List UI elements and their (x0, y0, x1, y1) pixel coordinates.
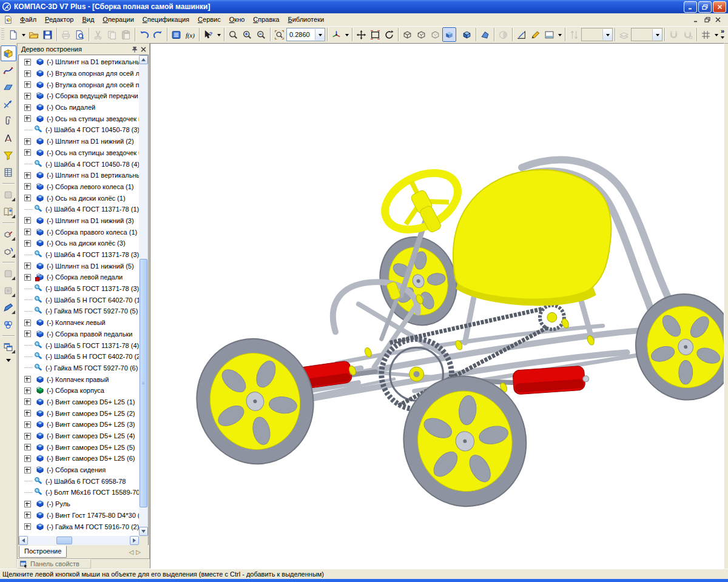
step-value-combo[interactable] (581, 28, 613, 41)
tree-node[interactable]: (-) Ось на диски колёс (1) (19, 192, 139, 204)
current-scale-combo[interactable]: 0.2860 (286, 28, 325, 41)
tree-node[interactable]: (-) Винт Гост 17475-80 D4*30 (1 (19, 510, 139, 521)
expand-plus-icon[interactable] (24, 115, 31, 122)
expand-plus-icon[interactable] (24, 149, 31, 156)
tree-node[interactable]: (-) Ось на ступицы звездочек б (19, 147, 139, 159)
model-pedal-right[interactable] (513, 366, 590, 395)
measurements-button[interactable] (1, 130, 16, 146)
zoom-by-frame-button[interactable] (226, 27, 240, 42)
tree-node[interactable]: (-) Шайба 4 ГОСТ 11371-78 (1) (19, 204, 139, 215)
layer-value-combo[interactable] (631, 28, 662, 41)
open-document-button[interactable] (27, 27, 41, 42)
spatial-curves-button[interactable] (1, 62, 16, 78)
edit-part-button[interactable] (1, 299, 16, 315)
cut-button[interactable] (91, 27, 105, 42)
assembly-3d-model[interactable] (150, 44, 724, 568)
pin-icon[interactable] (130, 45, 139, 53)
zoom-out-button[interactable] (254, 27, 268, 42)
scroll-down-icon[interactable] (139, 527, 148, 536)
tab-prev-icon[interactable]: ◁ (129, 549, 134, 555)
tree-node[interactable]: (-) Колпачек правый (19, 373, 139, 385)
tree-node[interactable]: (-) Шайба 5 ГОСТ 11371-78 (3) (19, 283, 139, 295)
library-button[interactable] (1, 204, 16, 219)
combo-dropdown-icon[interactable] (652, 29, 662, 40)
combo-dropdown-icon[interactable] (602, 29, 612, 40)
tab-next-icon[interactable]: ▷ (136, 549, 141, 555)
tree-node[interactable]: (-) Шайба 5 Н ГОСТ 6402-70 (1) (19, 294, 139, 306)
expand-plus-icon[interactable] (24, 455, 31, 462)
print-button[interactable] (59, 27, 73, 42)
reports-button[interactable] (1, 164, 16, 180)
zoom-auto-button[interactable] (272, 27, 286, 42)
snap-a-button[interactable] (667, 27, 681, 42)
shaded-edges-button[interactable] (460, 27, 474, 42)
copy-button[interactable] (105, 27, 119, 42)
tree-vertical-scrollbar[interactable]: ≡ (139, 55, 148, 536)
toolbar-grip[interactable] (1, 28, 4, 41)
expand-plus-icon[interactable] (24, 319, 31, 326)
vertical-scroll-thumb[interactable]: ≡ (140, 259, 147, 507)
expand-plus-icon[interactable] (24, 421, 31, 428)
pan-view-button[interactable] (354, 27, 368, 42)
hidden-lines-button[interactable] (414, 27, 428, 42)
tree-node[interactable]: (-) Шайба 6 ГОСТ 6958-78 (19, 475, 139, 487)
placement-a-button[interactable] (1, 266, 16, 281)
tree-node[interactable]: (-) Шплинт на D1 нижний (3) (19, 215, 139, 227)
tree-node[interactable]: (-) Шайба 4 ГОСТ 10450-78 (3) (19, 124, 139, 136)
hidden-thin-button[interactable] (428, 27, 442, 42)
model-wheel-rear-right[interactable] (623, 282, 724, 412)
filters-button[interactable] (1, 147, 16, 163)
tree-node[interactable]: (-) Винт саморез D5+ L25 (1) (19, 396, 139, 408)
tree-node[interactable]: (-) Гайка М5 ГОСТ 5927-70 (6) (19, 363, 139, 374)
tree-node[interactable]: (-) Колпачек левый (19, 317, 139, 329)
expand-plus-icon[interactable] (24, 376, 31, 383)
panel-more-icon[interactable] (6, 359, 11, 364)
tree-node[interactable]: (-) Винт саморез D5+ L25 (3) (19, 419, 139, 430)
tree-node[interactable]: (-) Шплинт на D1 вертикальный (19, 56, 139, 68)
tab-construction[interactable]: Построение (19, 546, 67, 558)
expand-plus-icon[interactable] (24, 195, 31, 201)
model-wheel-front-left[interactable] (184, 326, 327, 476)
model-seat[interactable] (453, 170, 611, 306)
expand-plus-icon[interactable] (24, 433, 31, 440)
menu-item-specification[interactable]: Спецификация (138, 14, 194, 25)
expand-plus-icon[interactable] (24, 240, 31, 247)
dropdown-caret-icon[interactable] (556, 27, 563, 42)
variables-button[interactable] (183, 27, 197, 42)
tree-node[interactable]: (-) Шплинт на D1 нижний (2) (19, 136, 139, 147)
placement-b-button[interactable] (1, 283, 16, 298)
tree-node[interactable]: (-) Шайба 4 ГОСТ 10450-78 (4) (19, 158, 139, 170)
properties-panel-bar[interactable]: Панель свойств (17, 559, 91, 569)
tree-node[interactable]: (-) Шайба 5 ГОСТ 11371-78 (4) (19, 340, 139, 351)
3d-viewport[interactable] (150, 43, 724, 569)
expand-plus-icon[interactable] (24, 70, 31, 77)
grid-button[interactable] (699, 27, 713, 42)
expand-plus-icon[interactable] (24, 387, 31, 394)
expand-plus-icon[interactable] (24, 410, 31, 416)
menu-item-libraries[interactable]: Библиотеки (284, 14, 329, 25)
tree-node[interactable]: (-) Сборка правой педальки (19, 329, 139, 340)
tree-node[interactable]: (-) Шайба 5 Н ГОСТ 6402-70 (2) (19, 351, 139, 363)
move-step-button[interactable] (567, 27, 581, 42)
toolbar-overflow-button[interactable]: » (721, 28, 724, 41)
tree-node[interactable]: (-) Гайка М4 ГОСТ 5916-70 (2) (19, 521, 139, 532)
scroll-right-icon[interactable] (130, 536, 139, 545)
section-display-button[interactable] (496, 27, 510, 42)
specification-tool-button[interactable] (1, 187, 16, 202)
rotate-view-button[interactable] (382, 27, 396, 42)
dropdown-caret-icon[interactable] (343, 27, 350, 42)
expand-plus-icon[interactable] (24, 138, 31, 145)
page-setup-button[interactable] (542, 27, 556, 42)
zoom-in-button[interactable] (240, 27, 254, 42)
tree-node[interactable]: (-) Сборка корпуса (19, 385, 139, 396)
tree-node[interactable]: (-) Винт саморез D5+ L25 (4) (19, 430, 139, 442)
surfaces-button[interactable] (1, 79, 16, 95)
expand-plus-icon[interactable] (24, 398, 31, 405)
tree-node[interactable]: (-) Сборка ведущей передачи (19, 90, 139, 102)
horizontal-scroll-thumb[interactable] (56, 537, 72, 544)
wireframe-button[interactable] (400, 27, 414, 42)
expand-plus-icon[interactable] (24, 512, 31, 518)
tree-node[interactable]: (-) Втулка опорная для осей пра (19, 79, 139, 90)
dimensions-button[interactable] (514, 27, 528, 42)
expand-plus-icon[interactable] (24, 501, 31, 507)
